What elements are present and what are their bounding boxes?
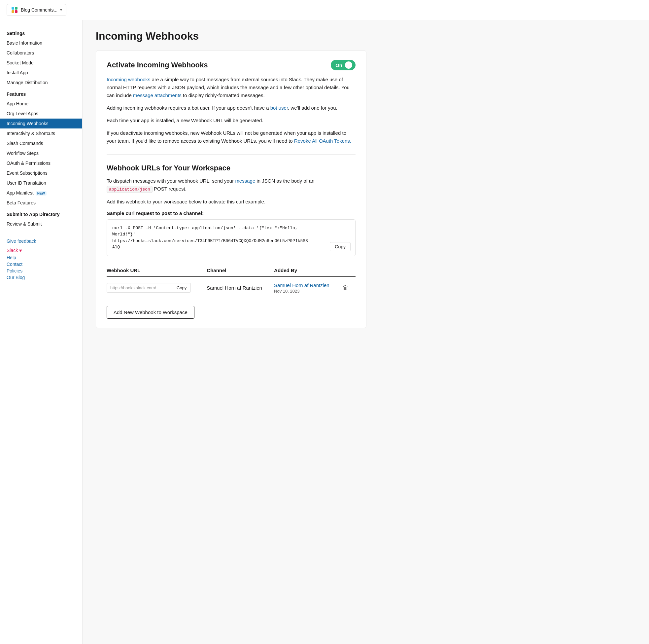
sidebar-item-app-home[interactable]: App Home [0,99,82,109]
page-title: Incoming Webhooks [96,30,366,42]
app-name: Blog Comments... [21,7,57,12]
webhook-para1-text1: To dispatch messages with your webhook U… [106,178,235,184]
message-attachments-link[interactable]: message attachments [133,92,181,98]
features-section-title: Features [0,87,82,99]
col-webhook-url: Webhook URL [106,264,207,277]
content-area: Incoming Webhooks Activate Incoming Webh… [83,20,380,644]
footer-policies[interactable]: Policies [7,268,76,274]
table-row: Copy Samuel Horn af Rantzien Samuel Horn… [106,277,355,299]
webhook-para1-text2: in JSON as the body of an [255,178,314,184]
sidebar-item-basic-information[interactable]: Basic Information [0,38,82,48]
sidebar-item-manage-distribution[interactable]: Manage Distribution [0,78,82,87]
sidebar-item-collaborators[interactable]: Collaborators [0,48,82,58]
activate-para4: If you deactivate incoming webhooks, new… [106,129,355,145]
toggle-knob [345,62,352,69]
delete-webhook-button[interactable]: 🗑 [341,283,350,293]
message-link[interactable]: message [235,178,255,184]
main-card: Activate Incoming Webhooks On Incoming w… [96,50,366,328]
sidebar-item-app-manifest[interactable]: App Manifest [0,188,82,198]
webhook-para2: Add this webhook to your workspace below… [106,198,355,206]
webhook-url-cell: Copy [106,277,207,299]
col-actions [341,264,355,277]
sidebar-item-incoming-webhooks[interactable]: Incoming Webhooks [0,119,82,128]
col-added-by: Added By [274,264,341,277]
webhook-urls-title: Webhook URLs for Your Workspace [106,164,355,172]
code-block: curl -X POST -H 'Content-type: applicati… [112,225,350,251]
col-channel: Channel [207,264,274,277]
settings-section-title: Settings [0,27,82,38]
svg-rect-1 [15,7,17,9]
added-by-link[interactable]: Samuel Horn af Rantzien [274,282,330,288]
bot-user-link[interactable]: bot user [270,105,288,111]
para1-text2: to display richly-formatted messages. [181,92,265,98]
slack-love: Slack ♥ [7,248,76,253]
incoming-webhooks-link[interactable]: Incoming webhooks [106,77,150,82]
sidebar-item-user-id-translation[interactable]: User ID Translation [0,178,82,188]
activate-para1: Incoming webhooks are a simple way to po… [106,76,355,99]
sample-label: Sample curl request to post to a channel… [106,210,355,216]
app-selector[interactable]: Blog Comments... ▾ [7,4,67,16]
revoke-tokens-link[interactable]: Revoke All OAuth Tokens. [294,138,351,144]
footer-our-blog[interactable]: Our Blog [7,275,76,280]
svg-rect-3 [15,10,17,13]
webhook-urls-section: Webhook URLs for Your Workspace To dispa… [106,164,355,319]
top-bar: Blog Comments... ▾ [0,0,649,20]
toggle-container: On [331,60,355,70]
webhook-url-input[interactable] [106,283,173,293]
app-icon [11,6,18,13]
webhook-added-by: Samuel Horn af Rantzien Nov 10, 2023 [274,277,341,299]
webhook-channel: Samuel Horn af Rantzien [207,277,274,299]
activate-toggle[interactable]: On [331,60,355,70]
content-type-code: application/json [106,186,153,193]
webhook-para1: To dispatch messages with your webhook U… [106,177,355,193]
submit-section-title: Submit to App Directory [0,208,82,219]
toggle-label: On [335,63,342,68]
para2-text2: , we'll add one for you. [288,105,337,111]
sidebar-item-slash-commands[interactable]: Slash Commands [0,138,82,148]
webhook-table: Webhook URL Channel Added By Copy Samuel… [106,264,355,299]
added-date: Nov 10, 2023 [274,289,337,293]
webhook-copy-button[interactable]: Copy [173,283,191,293]
para2-text1: Adding incoming webhooks requires a bot … [106,105,270,111]
sidebar-item-review-submit[interactable]: Review & Submit [0,219,82,229]
activate-header: Activate Incoming Webhooks On [106,60,355,70]
webhook-delete-cell: 🗑 [341,277,355,299]
code-copy-button[interactable]: Copy [330,242,351,251]
table-header-row: Webhook URL Channel Added By [106,264,355,277]
sidebar-item-socket-mode[interactable]: Socket Mode [0,58,82,68]
activate-para2: Adding incoming webhooks requires a bot … [106,104,355,112]
add-webhook-button[interactable]: Add New Webhook to Workspace [106,306,194,319]
chevron-down-icon: ▾ [60,8,62,12]
sidebar-item-workflow-steps[interactable]: Workflow Steps [0,148,82,158]
activate-para3: Each time your app is installed, a new W… [106,117,355,124]
sidebar: Settings Basic Information Collaborators… [0,20,83,644]
footer-contact[interactable]: Contact [7,261,76,267]
activate-title: Activate Incoming Webhooks [106,61,208,69]
sidebar-item-beta-features[interactable]: Beta Features [0,198,82,208]
footer-help[interactable]: Help [7,255,76,260]
webhook-para1-text3: POST request. [153,186,186,192]
sidebar-item-org-level-apps[interactable]: Org Level Apps [0,109,82,119]
svg-rect-2 [11,10,14,13]
sidebar-item-interactivity-shortcuts[interactable]: Interactivity & Shortcuts [0,128,82,138]
give-feedback-link[interactable]: Give feedback [7,238,76,244]
sidebar-footer: Give feedback Slack ♥ Help Contact Polic… [0,233,82,287]
sidebar-item-install-app[interactable]: Install App [0,68,82,78]
sidebar-item-oauth-permissions[interactable]: OAuth & Permissions [0,158,82,168]
sidebar-item-event-subscriptions[interactable]: Event Subscriptions [0,168,82,178]
svg-rect-0 [11,7,14,9]
code-block-container: curl -X POST -H 'Content-type: applicati… [106,219,355,256]
activate-section: Activate Incoming Webhooks On Incoming w… [106,60,355,155]
